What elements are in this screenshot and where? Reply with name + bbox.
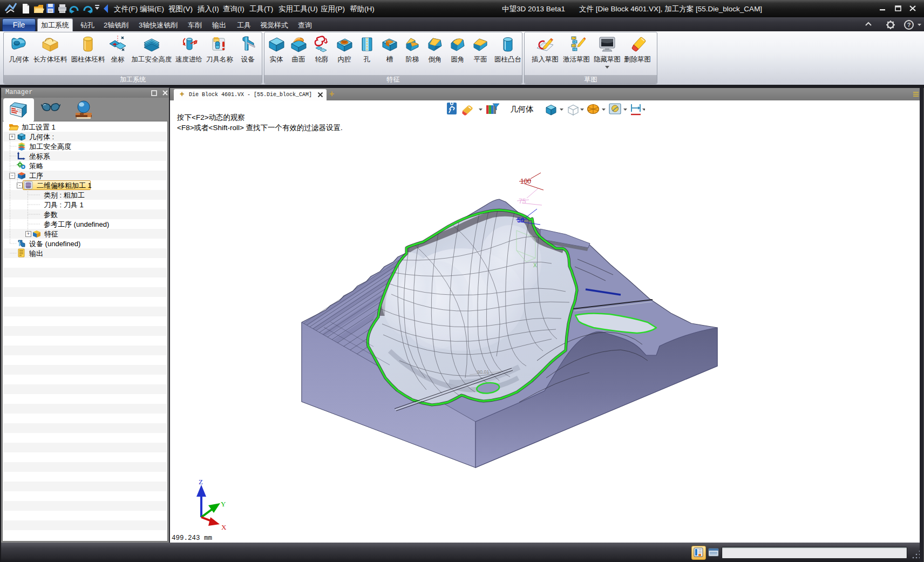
svg-text:几何体: 几何体 [510, 105, 534, 113]
svg-text:?: ? [907, 22, 911, 28]
